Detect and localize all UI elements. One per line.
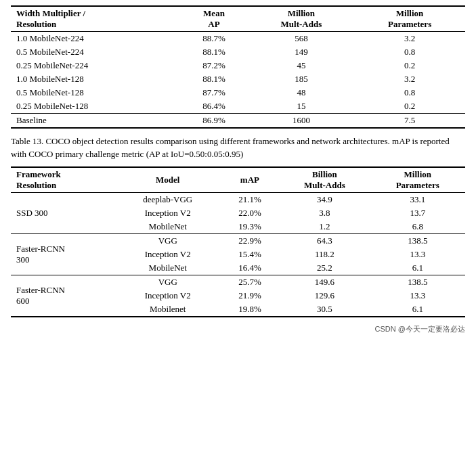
- table2: FrameworkResolution Model mAP BillionMul…: [11, 166, 465, 317]
- t2-model: MobileNet: [115, 220, 221, 234]
- t2-params: 13.7: [370, 206, 465, 220]
- t2-params: 33.1: [370, 192, 465, 206]
- t1-ap: 88.7%: [179, 32, 248, 46]
- t1-ap: 88.1%: [179, 45, 248, 59]
- t2-map: 16.4%: [221, 261, 280, 275]
- t2-map: 22.9%: [221, 233, 280, 248]
- t2-mult-adds: 30.5: [279, 302, 370, 317]
- t1-model: 0.25 MobileNet-224: [11, 59, 179, 72]
- table1: Width Multiplier /Resolution MeanAP Mill…: [11, 5, 465, 129]
- t2-map: 19.8%: [221, 302, 280, 317]
- t2-params: 13.3: [370, 248, 465, 261]
- t2-framework-label: SSD 300: [11, 192, 115, 233]
- t1-params: 0.2: [354, 99, 465, 114]
- t2-mult-adds: 34.9: [279, 192, 370, 206]
- t2-map: 21.1%: [221, 192, 280, 206]
- t2-framework-label: Faster-RCNN600: [11, 275, 115, 317]
- t1-baseline-ap: 86.9%: [179, 114, 248, 129]
- t1-params: 0.8: [354, 45, 465, 59]
- col-header-params: MillionParameters: [354, 6, 465, 32]
- t2-model: Inception V2: [115, 289, 221, 302]
- t1-ap: 87.7%: [179, 86, 248, 99]
- t1-mult-adds: 15: [248, 99, 355, 114]
- table-caption: Table 13. COCO object detection results …: [11, 135, 465, 161]
- t1-baseline-model: Baseline: [11, 114, 179, 129]
- col-header-mult-adds: MillionMult-Adds: [248, 6, 355, 32]
- t2-model: Mobilenet: [115, 302, 221, 317]
- col-header-model: Width Multiplier /Resolution: [11, 6, 179, 32]
- t2-params: 6.8: [370, 220, 465, 234]
- t2-map: 15.4%: [221, 248, 280, 261]
- t1-mult-adds: 568: [248, 32, 355, 46]
- t2-model: VGG: [115, 233, 221, 248]
- t2-col-model: Model: [115, 167, 221, 193]
- t1-params: 3.2: [354, 72, 465, 86]
- t2-model: MobileNet: [115, 261, 221, 275]
- t2-map: 25.7%: [221, 275, 280, 289]
- t1-mult-adds: 185: [248, 72, 355, 86]
- t1-ap: 86.4%: [179, 99, 248, 114]
- t1-mult-adds: 149: [248, 45, 355, 59]
- t2-map: 21.9%: [221, 289, 280, 302]
- t2-params: 138.5: [370, 233, 465, 248]
- t1-model: 0.25 MobileNet-128: [11, 99, 179, 114]
- t2-model: Inception V2: [115, 248, 221, 261]
- t2-mult-adds: 129.6: [279, 289, 370, 302]
- t1-model: 1.0 MobileNet-128: [11, 72, 179, 86]
- t2-mult-adds: 1.2: [279, 220, 370, 234]
- t2-model: deeplab-VGG: [115, 192, 221, 206]
- t1-baseline-mult-adds: 1600: [248, 114, 355, 129]
- col-header-ap: MeanAP: [179, 6, 248, 32]
- t1-model: 0.5 MobileNet-224: [11, 45, 179, 59]
- t1-mult-adds: 45: [248, 59, 355, 72]
- t2-params: 6.1: [370, 302, 465, 317]
- t2-model: Inception V2: [115, 206, 221, 220]
- t1-params: 0.2: [354, 59, 465, 72]
- t2-params: 13.3: [370, 289, 465, 302]
- t2-mult-adds: 25.2: [279, 261, 370, 275]
- t2-mult-adds: 118.2: [279, 248, 370, 261]
- t2-params: 138.5: [370, 275, 465, 289]
- t1-model: 1.0 MobileNet-224: [11, 32, 179, 46]
- t1-baseline-params: 7.5: [354, 114, 465, 129]
- t1-ap: 87.2%: [179, 59, 248, 72]
- t2-col-params: MillionParameters: [370, 167, 465, 193]
- watermark: CSDN @今天一定要洛必达: [11, 324, 465, 334]
- t2-map: 22.0%: [221, 206, 280, 220]
- t1-mult-adds: 48: [248, 86, 355, 99]
- t2-framework-label: Faster-RCNN300: [11, 233, 115, 275]
- t1-params: 3.2: [354, 32, 465, 46]
- t2-col-map: mAP: [221, 167, 280, 193]
- t1-model: 0.5 MobileNet-128: [11, 86, 179, 99]
- t2-col-mult-adds: BillionMult-Adds: [279, 167, 370, 193]
- t2-mult-adds: 64.3: [279, 233, 370, 248]
- t1-ap: 88.1%: [179, 72, 248, 86]
- t2-mult-adds: 3.8: [279, 206, 370, 220]
- t2-map: 19.3%: [221, 220, 280, 234]
- t2-params: 6.1: [370, 261, 465, 275]
- t1-params: 0.8: [354, 86, 465, 99]
- t2-col-framework: FrameworkResolution: [11, 167, 115, 193]
- t2-model: VGG: [115, 275, 221, 289]
- t2-mult-adds: 149.6: [279, 275, 370, 289]
